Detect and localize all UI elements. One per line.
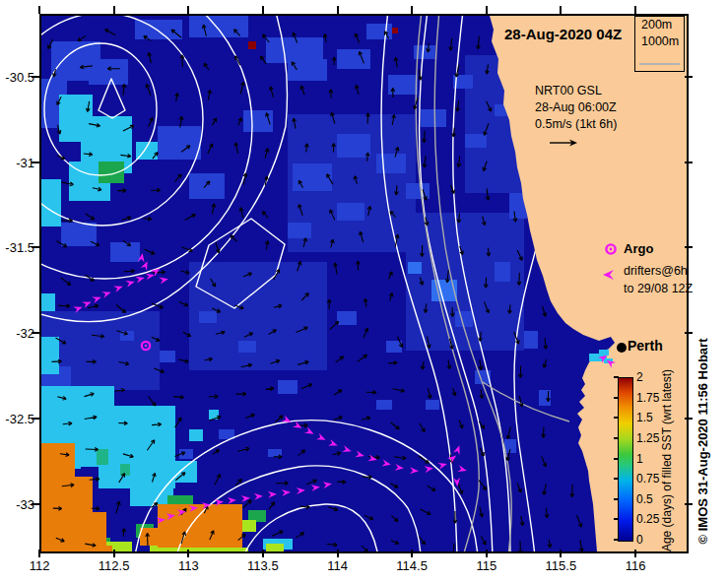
sst-age-patch-cyan xyxy=(41,179,61,227)
colorbar-tick-label: 0 xyxy=(636,533,643,547)
current-arrow xyxy=(459,421,463,428)
current-arrow xyxy=(362,546,367,551)
sst-age-patch-bright xyxy=(431,280,457,301)
drifter-position-marker xyxy=(282,488,292,496)
current-arrow xyxy=(390,484,398,488)
sst-age-patch-royal xyxy=(455,311,473,327)
current-arrow xyxy=(423,156,427,167)
current-arrow xyxy=(208,144,213,154)
y-axis-tick-label: -31 xyxy=(0,155,34,169)
current-arrow xyxy=(213,450,220,455)
drifter-position-marker xyxy=(254,492,263,500)
argo-marker-icon xyxy=(604,242,618,256)
current-arrow xyxy=(146,84,151,95)
current-arrow xyxy=(173,395,184,399)
sst-age-patch-royal xyxy=(426,400,439,410)
axis-tick-mark xyxy=(38,6,40,14)
drifter-position-marker xyxy=(268,490,277,498)
current-arrow xyxy=(234,143,238,154)
sst-age-patch-royal xyxy=(288,223,311,238)
current-arrow xyxy=(420,537,426,545)
current-arrow xyxy=(175,418,181,427)
current-arrow xyxy=(366,391,376,395)
current-arrow xyxy=(337,480,346,484)
current-arrow xyxy=(86,214,95,220)
current-arrow xyxy=(449,38,453,50)
current-arrow xyxy=(235,392,246,396)
estuary-patch xyxy=(599,350,609,356)
current-arrow xyxy=(452,128,456,137)
current-arrow xyxy=(423,131,427,143)
current-arrow xyxy=(215,475,221,486)
current-arrow xyxy=(306,480,317,485)
sst-age-patch-royal xyxy=(243,110,273,132)
current-arrow xyxy=(518,541,522,551)
current-arrow xyxy=(477,36,481,49)
current-arrow xyxy=(453,511,457,523)
drifter-marker-icon xyxy=(602,269,616,281)
y-axis-tick-label: -33 xyxy=(0,496,34,511)
drifters-legend-line1: drifters@6h xyxy=(624,262,693,280)
drifter-position-marker xyxy=(355,450,364,459)
current-arrow xyxy=(204,63,209,70)
x-axis-tick-label: 112 xyxy=(30,558,50,573)
sst-age-patch-royal xyxy=(89,59,128,85)
current-arrow xyxy=(391,516,398,522)
x-axis-tick-label: 114 xyxy=(327,558,348,573)
sst-age-patch-royal xyxy=(539,390,551,406)
sst-age-patch-orange xyxy=(158,504,242,548)
drifter-position-marker xyxy=(328,439,339,449)
current-arrow xyxy=(148,52,152,63)
x-axis-tick-label: 114.5 xyxy=(396,558,428,573)
sst-age-patch-cyan xyxy=(41,337,59,374)
sst-age-patch-royal xyxy=(199,311,217,323)
axis-tick-mark xyxy=(38,550,40,557)
drifter-position-marker xyxy=(437,461,448,470)
colorbar-tick-label: 1.5 xyxy=(636,411,653,424)
colorbar-tick-mark xyxy=(614,478,619,480)
current-arrow xyxy=(216,242,220,252)
axis-tick-mark xyxy=(337,550,339,557)
current-arrow xyxy=(543,484,547,494)
current-arrow xyxy=(122,529,126,537)
current-arrow xyxy=(209,395,219,399)
sst-age-patch-royal xyxy=(495,262,510,282)
current-arrow xyxy=(570,485,574,497)
sst-age-patch-darkred xyxy=(392,28,398,33)
current-arrow xyxy=(181,271,190,275)
colorbar-tick-label: 2 xyxy=(636,370,643,384)
credit-text: © IMOS 31-Aug-2020 11:56 Hobart xyxy=(695,310,711,572)
current-arrow xyxy=(92,506,99,510)
current-arrow xyxy=(332,57,336,65)
colorbar-tick-mark xyxy=(614,498,619,500)
axis-tick-mark xyxy=(560,550,562,557)
velocity-scale-arrow-icon xyxy=(549,138,578,148)
current-arrow xyxy=(364,298,367,307)
colorbar-tick-mark xyxy=(614,397,619,399)
current-arrow xyxy=(457,157,461,167)
current-arrow xyxy=(362,417,370,421)
current-arrow xyxy=(185,215,196,221)
current-arrow xyxy=(336,356,344,362)
current-arrow xyxy=(297,533,304,538)
imos-sst-map-page: { "title": "28-Aug-2020 04Z", "depth_leg… xyxy=(0,0,728,583)
sst-age-patch-royal xyxy=(189,16,248,37)
current-arrow xyxy=(364,515,373,519)
current-arrow xyxy=(238,118,242,126)
current-arrow xyxy=(458,485,462,494)
current-arrow xyxy=(420,423,426,432)
current-arrow xyxy=(300,86,304,95)
current-arrow xyxy=(180,55,184,67)
current-arrow xyxy=(330,321,339,329)
sst-age-patch-royal xyxy=(337,134,370,158)
drifter-position-marker xyxy=(453,478,461,487)
drifter-position-marker xyxy=(293,421,303,431)
current-arrow xyxy=(301,384,312,389)
current-arrow xyxy=(269,502,275,510)
sst-age-patch-darkred xyxy=(248,41,256,49)
axis-tick-mark xyxy=(560,6,562,14)
sst-age-patch-royal xyxy=(61,223,97,246)
current-arrow xyxy=(276,482,289,486)
current-arrow xyxy=(275,416,283,422)
current-arrow xyxy=(213,118,217,125)
